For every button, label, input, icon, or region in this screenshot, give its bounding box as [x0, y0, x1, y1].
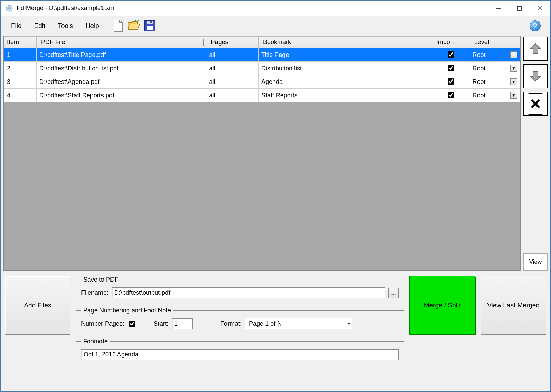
save-to-pdf-group: Save to PDF Filename: ...	[76, 276, 404, 303]
format-select[interactable]: Page 1 of N	[245, 318, 352, 329]
view-last-merged-button[interactable]: View Last Merged	[481, 276, 546, 335]
close-button[interactable]	[530, 1, 550, 16]
svg-rect-3	[517, 6, 521, 10]
cell-import[interactable]	[432, 48, 470, 62]
cell-pages[interactable]: all	[206, 48, 259, 62]
help-icon[interactable]: ?	[530, 20, 541, 31]
menubar: File Edit Tools Help ?	[1, 16, 550, 36]
import-checkbox[interactable]	[448, 78, 454, 85]
window-title: PdfMerge - D:\pdftest\example1.xml	[17, 4, 488, 12]
import-checkbox[interactable]	[448, 92, 454, 98]
minimize-button[interactable]	[488, 1, 509, 16]
cell-pages[interactable]: all	[206, 75, 259, 89]
cell-import[interactable]	[432, 89, 470, 102]
move-down-button[interactable]	[523, 64, 548, 88]
new-file-icon[interactable]	[111, 19, 125, 33]
chevron-down-icon[interactable]: ▼	[510, 92, 517, 99]
footnote-group: Footnote	[76, 338, 404, 365]
footnote-legend: Footnote	[81, 338, 110, 345]
table-row[interactable]: 2D:\pdftest\Distribution list.pdfallDist…	[4, 62, 520, 75]
view-button[interactable]: View	[523, 253, 548, 271]
col-level[interactable]: Level	[470, 37, 520, 48]
cell-bookmark[interactable]: Title Page	[259, 48, 432, 62]
svg-point-1	[8, 7, 10, 9]
menu-file[interactable]: File	[5, 20, 28, 32]
cell-file[interactable]: D:\pdftest\Title Page.pdf	[37, 48, 206, 62]
footnote-input[interactable]	[81, 349, 399, 360]
cell-item[interactable]: 4	[4, 89, 37, 102]
maximize-button[interactable]	[509, 1, 530, 16]
svg-rect-8	[147, 26, 153, 30]
cell-bookmark[interactable]: Agenda	[259, 75, 432, 89]
open-file-icon[interactable]	[127, 19, 141, 33]
arrow-down-icon	[529, 69, 542, 83]
filename-label: Filename:	[81, 289, 108, 296]
chevron-down-icon[interactable]: ▼	[510, 51, 517, 58]
cell-item[interactable]: 2	[4, 62, 37, 75]
cell-file[interactable]: D:\pdftest\Staff Reports.pdf	[37, 89, 206, 102]
save-legend: Save to PDF	[81, 276, 120, 283]
chevron-down-icon[interactable]: ▼	[510, 65, 517, 72]
cell-file[interactable]: D:\pdftest\Agenda.pdf	[37, 75, 206, 89]
col-item[interactable]: Item	[4, 37, 37, 48]
svg-rect-9	[150, 21, 152, 23]
table-row[interactable]: 4D:\pdftest\Staff Reports.pdfallStaff Re…	[4, 89, 520, 102]
titlebar: PdfMerge - D:\pdftest\example1.xml	[1, 1, 550, 16]
col-pages[interactable]: Pages	[206, 37, 259, 48]
browse-button[interactable]: ...	[388, 288, 399, 298]
cell-bookmark[interactable]: Staff Reports	[259, 89, 432, 102]
menu-tools[interactable]: Tools	[51, 20, 79, 32]
x-icon	[529, 97, 542, 110]
start-label: Start:	[154, 320, 168, 327]
move-up-button[interactable]	[523, 37, 548, 61]
cell-import[interactable]	[432, 75, 470, 89]
save-file-icon[interactable]	[143, 19, 157, 33]
filename-input[interactable]	[112, 287, 385, 298]
delete-row-button[interactable]	[523, 92, 548, 116]
page-numbering-group: Page Numbering and Foot Note Number Page…	[76, 307, 404, 334]
numbering-legend: Page Numbering and Foot Note	[81, 307, 173, 314]
number-pages-checkbox[interactable]	[129, 321, 135, 327]
col-file[interactable]: PDF File	[37, 37, 206, 48]
start-input[interactable]	[172, 318, 193, 329]
col-import[interactable]: Import	[432, 37, 470, 48]
cell-pages[interactable]: all	[206, 89, 259, 102]
file-table[interactable]: Item PDF File Pages Bookmark Import Leve…	[3, 36, 521, 271]
cell-bookmark[interactable]: Distribution list	[259, 62, 432, 75]
cell-import[interactable]	[432, 62, 470, 75]
chevron-down-icon[interactable]: ▼	[510, 78, 517, 85]
import-checkbox[interactable]	[448, 51, 454, 58]
number-pages-label: Number Pages:	[81, 320, 124, 327]
cell-pages[interactable]: all	[206, 62, 259, 75]
menu-edit[interactable]: Edit	[28, 20, 52, 32]
add-files-button[interactable]: Add Files	[5, 276, 70, 335]
arrow-up-icon	[529, 42, 542, 56]
col-bookmark[interactable]: Bookmark	[259, 37, 432, 48]
format-label: Format:	[220, 320, 242, 327]
app-icon	[6, 4, 13, 12]
cell-level[interactable]: Root▼	[470, 48, 520, 62]
cell-level[interactable]: Root▼	[470, 75, 520, 89]
merge-split-button[interactable]: Merge / Split	[409, 276, 475, 335]
cell-file[interactable]: D:\pdftest\Distribution list.pdf	[37, 62, 206, 75]
table-row[interactable]: 3D:\pdftest\Agenda.pdfallAgendaRoot▼	[4, 75, 520, 89]
cell-item[interactable]: 3	[4, 75, 37, 89]
table-row[interactable]: 1D:\pdftest\Title Page.pdfallTitle PageR…	[4, 48, 520, 62]
cell-item[interactable]: 1	[4, 48, 37, 62]
menu-help[interactable]: Help	[79, 20, 105, 32]
svg-rect-7	[147, 21, 153, 24]
cell-level[interactable]: Root▼	[470, 89, 520, 102]
import-checkbox[interactable]	[448, 65, 454, 71]
cell-level[interactable]: Root▼	[470, 62, 520, 75]
